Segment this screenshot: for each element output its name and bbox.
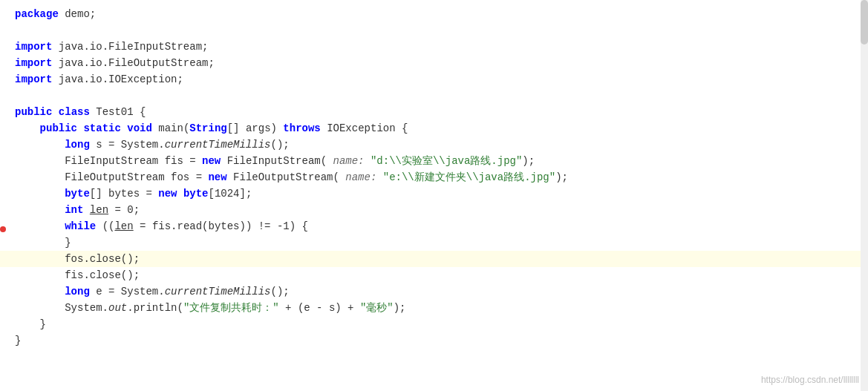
keyword-new-3: new [158,188,177,200]
keyword-new-1: new [202,155,221,167]
line-17: fis.close(); [0,267,868,283]
line-5: import java.io.IOException; [0,71,868,88]
content-13: int len = 0; [6,202,868,218]
code-lines: package demo; import java.io.FileInputSt… [0,0,868,355]
content-b1 [6,22,868,39]
keyword-int: int [65,204,83,216]
type-string: String [189,122,226,134]
field-out: out [108,302,127,314]
content-12: byte[] bytes = new byte[1024]; [6,185,868,202]
content-5: import java.io.IOException; [6,71,868,88]
keyword-import-1: import [15,41,52,53]
line-1: package demo; [0,6,868,22]
line-3: import java.io.FileInputStream; [0,39,868,55]
param-name-1: name: [333,155,365,167]
line-14: while ((len = fis.read(bytes)) != -1) { [0,218,868,234]
var-len: len [90,204,108,216]
line-4: import java.io.FileOutputStream; [0,55,868,71]
keyword-byte-2: byte [183,188,209,200]
string-path-1: "d:\\实验室\\java路线.jpg" [371,155,522,167]
line-12: byte[] bytes = new byte[1024]; [0,185,868,202]
string-path-2: "e:\\新建文件夹\\java路线.jpg" [383,171,555,183]
content-1: package demo; [6,6,868,22]
line-15: } [0,234,868,251]
keyword-import-3: import [15,73,52,85]
content-15: } [6,234,868,251]
content-20: } [6,316,868,332]
content-17: fis.close(); [6,267,868,283]
keyword-void: void [127,122,152,134]
method-ctm-1: currentTimeMillis [165,139,271,151]
content-8: public static void main(String[] args) t… [6,120,868,137]
line-21: } [0,332,868,349]
line-blank-2 [0,88,868,104]
keyword-static: static [83,122,120,134]
code-editor: package demo; import java.io.FileInputSt… [0,0,868,391]
content-3: import java.io.FileInputStream; [6,39,868,55]
content-7: public class Test01 { [6,104,868,120]
content-9: long s = System.currentTimeMillis(); [6,137,868,153]
content-19: System.out.println("文件复制共耗时：" + (e - s) … [6,300,868,316]
content-16: fos.close(); [6,251,868,267]
line-20: } [0,316,868,332]
var-len-2: len [114,220,133,232]
content-14: while ((len = fis.read(bytes)) != -1) { [6,218,868,234]
param-name-2: name: [345,171,376,183]
keyword-long-2: long [65,286,90,298]
line-8: public static void main(String[] args) t… [0,120,868,137]
line-7: public class Test01 { [0,104,868,120]
content-18: long e = System.currentTimeMillis(); [6,283,868,300]
keyword-public-2: public [40,122,77,134]
keyword-package: package [15,8,59,20]
keyword-long-1: long [65,139,90,151]
line-18: long e = System.currentTimeMillis(); [0,283,868,300]
content-10: FileInputStream fis = new FileInputStrea… [6,153,868,169]
keyword-throws: throws [283,122,320,134]
content-4: import java.io.FileOutputStream; [6,55,868,71]
breakpoint-14 [0,226,6,232]
method-ctm-2: currentTimeMillis [165,286,271,298]
keyword-new-2: new [208,171,226,183]
line-blank-1 [0,22,868,39]
keyword-while: while [65,220,96,232]
string-label-2: "毫秒" [360,302,394,314]
content-b2 [6,88,868,104]
watermark: https://blog.csdn.net/llllllll [761,375,859,385]
line-19: System.out.println("文件复制共耗时：" + (e - s) … [0,300,868,316]
content-11: FileOutputStream fos = new FileOutputStr… [6,169,868,185]
line-16: fos.close(); [0,251,868,267]
keyword-public-1: public [15,106,52,118]
scrollbar[interactable] [861,0,868,391]
line-11: FileOutputStream fos = new FileOutputStr… [0,169,868,185]
scrollbar-thumb[interactable] [861,0,868,45]
keyword-import-2: import [15,57,52,69]
content-21: } [6,332,868,349]
keyword-byte: byte [65,188,90,200]
line-9: long s = System.currentTimeMillis(); [0,137,868,153]
string-label-1: "文件复制共耗时：" [183,302,279,314]
line-13: int len = 0; [0,202,868,218]
line-10: FileInputStream fis = new FileInputStrea… [0,153,868,169]
keyword-class: class [59,106,90,118]
